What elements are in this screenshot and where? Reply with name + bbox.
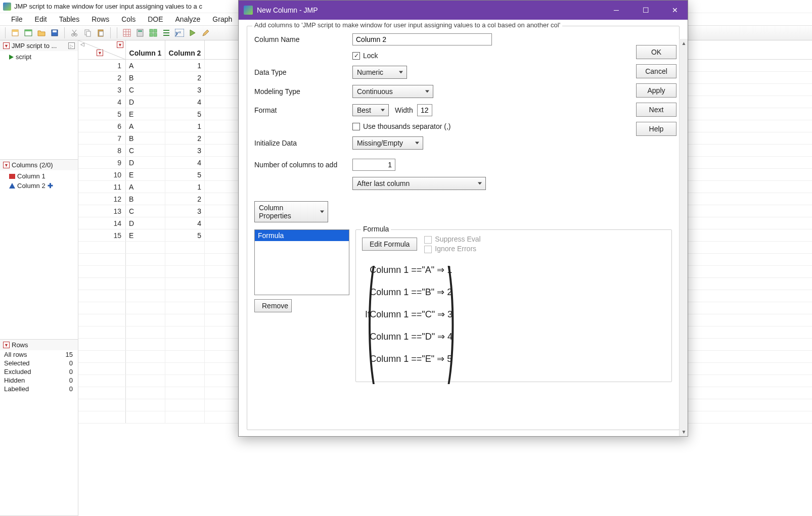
menu-rows[interactable]: Rows [85, 14, 115, 24]
rows-hidden[interactable]: Hidden0 [0, 376, 78, 385]
cell[interactable]: E [126, 108, 165, 120]
properties-listbox[interactable]: Formula [254, 229, 349, 295]
row-number[interactable]: 11 [78, 181, 126, 193]
cell[interactable]: B [126, 72, 165, 83]
row-number[interactable]: 12 [78, 193, 126, 205]
cell[interactable]: E [126, 229, 165, 241]
cell[interactable] [165, 375, 205, 387]
row-number[interactable]: 8 [78, 145, 126, 156]
toolbar-bars-icon[interactable] [161, 27, 172, 38]
cell[interactable]: A [126, 60, 165, 71]
menu-cols[interactable]: Cols [115, 14, 142, 24]
minimize-button[interactable]: ─ [604, 1, 629, 20]
cell[interactable]: 3 [165, 145, 205, 156]
toolbar-edit-icon[interactable] [200, 27, 211, 38]
toolbar-save-icon[interactable] [49, 27, 60, 38]
ignore-errors-checkbox[interactable] [424, 246, 432, 253]
cell[interactable]: A [126, 181, 165, 193]
col-header-2[interactable]: Column 2 [165, 40, 205, 59]
cell[interactable] [126, 339, 165, 350]
cell[interactable] [126, 363, 165, 374]
toolbar-paste-icon[interactable] [95, 27, 106, 38]
rows-selected[interactable]: Selected0 [0, 359, 78, 367]
cell[interactable] [165, 302, 205, 314]
toolbar-layout-icon[interactable] [148, 27, 159, 38]
init-data-dropdown[interactable]: Missing/Empty [352, 136, 423, 150]
script-item[interactable]: script [9, 52, 74, 62]
cell[interactable]: 3 [165, 205, 205, 217]
grid-corner[interactable]: ◁ ▼ ▼ [78, 40, 126, 59]
property-item-formula[interactable]: Formula [255, 230, 349, 241]
menu-edit[interactable]: Edit [29, 14, 53, 24]
cell[interactable] [126, 351, 165, 362]
position-dropdown[interactable]: After last column [352, 177, 486, 190]
cell[interactable] [165, 387, 205, 399]
remove-button[interactable]: Remove [254, 299, 292, 312]
row-number[interactable] [78, 302, 126, 314]
disclosure-icon[interactable]: ▼ [3, 162, 10, 168]
data-type-dropdown[interactable]: Numeric [352, 66, 407, 79]
menu-file[interactable]: File [5, 14, 29, 24]
cell[interactable]: 1 [165, 181, 205, 193]
row-number[interactable] [78, 339, 126, 350]
toolbar-calc-icon[interactable] [134, 27, 146, 38]
toolbar-new-icon[interactable] [10, 27, 21, 38]
cell[interactable] [165, 326, 205, 338]
row-number[interactable]: 13 [78, 205, 126, 217]
rows-excluded[interactable]: Excluded0 [0, 367, 78, 376]
lock-checkbox[interactable] [352, 52, 360, 60]
close-button[interactable]: ✕ [662, 1, 688, 20]
row-number[interactable] [78, 290, 126, 302]
menu-analyze[interactable]: Analyze [169, 14, 207, 24]
cell[interactable]: B [126, 193, 165, 205]
cell[interactable]: 2 [165, 72, 205, 83]
cell[interactable]: 2 [165, 132, 205, 144]
cell[interactable]: B [126, 132, 165, 144]
column-item-2[interactable]: Column 2 ✚ [9, 181, 74, 191]
cell[interactable] [165, 339, 205, 350]
row-number[interactable]: 1 [78, 60, 126, 71]
cell[interactable] [165, 314, 205, 326]
row-number[interactable] [78, 351, 126, 362]
col-header-1[interactable]: Column 1 [126, 40, 165, 59]
dialog-scrollbar[interactable]: ▲ ▼ [679, 39, 688, 436]
cell[interactable]: C [126, 145, 165, 156]
row-number[interactable] [78, 399, 126, 411]
toolbar-new-table-icon[interactable] [23, 27, 34, 38]
disclosure-icon[interactable]: ▷ [68, 42, 75, 49]
cell[interactable] [165, 411, 205, 423]
row-number[interactable]: 4 [78, 96, 126, 108]
cell[interactable]: 3 [165, 84, 205, 96]
maximize-button[interactable]: ☐ [633, 1, 658, 20]
row-number[interactable] [78, 242, 126, 253]
cell[interactable]: A [126, 120, 165, 132]
disclosure-icon[interactable]: ▼ [3, 342, 10, 348]
toolbar-open-icon[interactable] [36, 27, 47, 38]
cell[interactable] [126, 302, 165, 314]
row-number[interactable]: 10 [78, 169, 126, 180]
cell[interactable] [165, 266, 205, 277]
thousands-checkbox[interactable] [352, 123, 360, 130]
cell[interactable] [126, 266, 165, 277]
row-number[interactable] [78, 363, 126, 374]
cell[interactable]: 1 [165, 60, 205, 71]
cell[interactable]: 1 [165, 120, 205, 132]
cell[interactable] [126, 411, 165, 423]
cell[interactable] [165, 399, 205, 411]
row-number[interactable]: 6 [78, 120, 126, 132]
cell[interactable]: 2 [165, 193, 205, 205]
row-number[interactable]: 3 [78, 84, 126, 96]
menu-doe[interactable]: DOE [142, 14, 169, 24]
num-columns-input[interactable] [352, 159, 395, 171]
cell[interactable]: C [126, 84, 165, 96]
row-number[interactable] [78, 266, 126, 277]
cell[interactable] [165, 278, 205, 290]
cell[interactable] [126, 290, 165, 302]
format-dropdown[interactable]: Best [352, 104, 389, 116]
row-number[interactable] [78, 254, 126, 265]
cell[interactable] [126, 278, 165, 290]
row-number[interactable] [78, 314, 126, 326]
scroll-down-icon[interactable]: ▼ [680, 428, 688, 436]
cell[interactable] [165, 254, 205, 265]
cell[interactable]: 4 [165, 217, 205, 229]
